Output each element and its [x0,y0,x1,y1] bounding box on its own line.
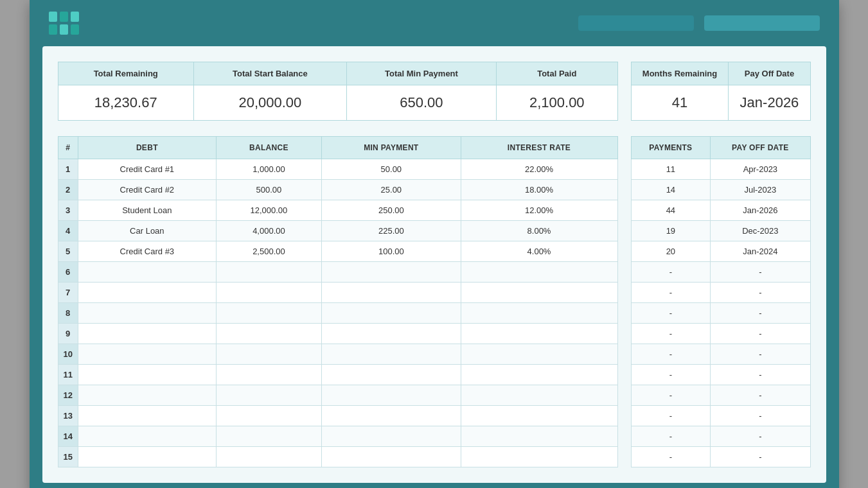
payment-table-row: 11Apr-2023 [631,159,810,180]
summary-value-payoff: Jan-2026 [729,85,810,121]
logo-cell-5 [60,24,68,35]
debt-row-6-col-0: 6 [58,262,78,283]
payment-table-row: -- [631,283,810,303]
payment-table-row: 44Jan-2026 [631,200,810,221]
logo-cell-6 [71,24,79,35]
debt-row-5-col-1: Credit Card #3 [78,241,216,262]
app-container: Total Remaining Total Start Balance Tota… [30,0,839,488]
payment-row-12-col-0: - [631,385,711,406]
debt-row-4-col-4: 8.00% [461,221,617,241]
debt-col-min: MIN PAYMENT [322,137,461,159]
debt-table-row: 13 [58,406,617,426]
debt-row-5-col-4: 4.00% [461,241,617,262]
debt-table-row: 2Credit Card #2500.0025.0018.00% [58,180,617,200]
debt-row-7-col-0: 7 [58,283,78,303]
debt-row-7-col-3 [322,283,461,303]
payment-row-5-col-0: 20 [631,241,711,262]
summary-header-start: Total Start Balance [193,62,346,85]
debt-row-2-col-2: 500.00 [216,180,321,200]
debt-row-13-col-3 [322,406,461,426]
payment-table-row: -- [631,344,810,365]
debt-row-14-col-2 [216,426,321,447]
debt-row-5-col-0: 5 [58,241,78,262]
payment-table-row: -- [631,385,810,406]
debt-row-15-col-2 [216,447,321,467]
debt-row-4-col-2: 4,000.00 [216,221,321,241]
debt-row-2-col-3: 25.00 [322,180,461,200]
debt-row-6-col-4 [461,262,617,283]
debt-row-8-col-3 [322,303,461,324]
debt-row-7-col-1 [78,283,216,303]
debt-row-9-col-0: 9 [58,324,78,344]
payment-row-7-col-0: - [631,283,711,303]
payment-row-14-col-1: - [711,426,810,447]
debt-row-13-col-0: 13 [58,406,78,426]
debt-row-6-col-2 [216,262,321,283]
debt-row-13-col-4 [461,406,617,426]
logo-icon [49,12,80,35]
debt-row-1-col-1: Credit Card #1 [78,159,216,180]
debt-table-row: 3Student Loan12,000.00250.0012.00% [58,200,617,221]
debt-row-10-col-0: 10 [58,344,78,365]
debt-row-4-col-1: Car Loan [78,221,216,241]
debt-row-8-col-4 [461,303,617,324]
debt-row-11-col-0: 11 [58,365,78,385]
debt-row-6-col-3 [322,262,461,283]
payment-table-row: -- [631,426,810,447]
debt-row-11-col-4 [461,365,617,385]
debt-table-row: 14 [58,426,617,447]
home-page-button[interactable] [578,15,694,31]
debt-row-1-col-4: 22.00% [461,159,617,180]
payment-row-2-col-0: 14 [631,180,711,200]
debt-table-row: 6 [58,262,617,283]
payment-row-10-col-0: - [631,344,711,365]
payment-table-row: -- [631,365,810,385]
payment-col-payoff: PAY OFF DATE [711,137,810,159]
debt-row-2-col-1: Credit Card #2 [78,180,216,200]
debt-row-7-col-4 [461,283,617,303]
debt-row-3-col-4: 12.00% [461,200,617,221]
debt-table-row: 9 [58,324,617,344]
payment-table-row: -- [631,262,810,283]
logo-cell-4 [49,24,57,35]
payment-row-2-col-1: Jul-2023 [711,180,810,200]
debt-row-14-col-4 [461,426,617,447]
summary-left-table: Total Remaining Total Start Balance Tota… [58,62,618,121]
debt-col-balance: BALANCE [216,137,321,159]
payment-plan-button[interactable] [704,15,820,31]
debt-row-14-col-3 [322,426,461,447]
debt-row-7-col-2 [216,283,321,303]
debt-row-4-col-3: 225.00 [322,221,461,241]
logo-cell-1 [49,12,57,22]
debt-table-row: 10 [58,344,617,365]
payment-row-10-col-1: - [711,344,810,365]
debt-row-11-col-3 [322,365,461,385]
payment-row-15-col-1: - [711,447,810,467]
debt-row-5-col-2: 2,500.00 [216,241,321,262]
payment-row-8-col-1: - [711,303,810,324]
payment-row-11-col-1: - [711,365,810,385]
debt-row-12-col-0: 12 [58,385,78,406]
debt-row-1-col-2: 1,000.00 [216,159,321,180]
payment-row-6-col-0: - [631,262,711,283]
debt-row-2-col-0: 2 [58,180,78,200]
debt-table-row: 15 [58,447,617,467]
debt-row-15-col-1 [78,447,216,467]
debt-row-13-col-2 [216,406,321,426]
tables-row: # DEBT BALANCE MIN PAYMENT INTEREST RATE… [58,136,811,467]
nav-buttons [578,15,820,31]
summary-value-start: 20,000.00 [193,85,346,121]
debt-row-12-col-3 [322,385,461,406]
payment-row-12-col-1: - [711,385,810,406]
debt-row-15-col-4 [461,447,617,467]
main-content: Total Remaining Total Start Balance Tota… [42,46,826,483]
payment-row-8-col-0: - [631,303,711,324]
debt-row-1-col-3: 50.00 [322,159,461,180]
debt-row-12-col-4 [461,385,617,406]
header [30,0,839,46]
debt-row-4-col-0: 4 [58,221,78,241]
payment-row-4-col-0: 19 [631,221,711,241]
debt-row-8-col-0: 8 [58,303,78,324]
summary-value-remaining: 18,230.67 [58,85,193,121]
debt-row-13-col-1 [78,406,216,426]
